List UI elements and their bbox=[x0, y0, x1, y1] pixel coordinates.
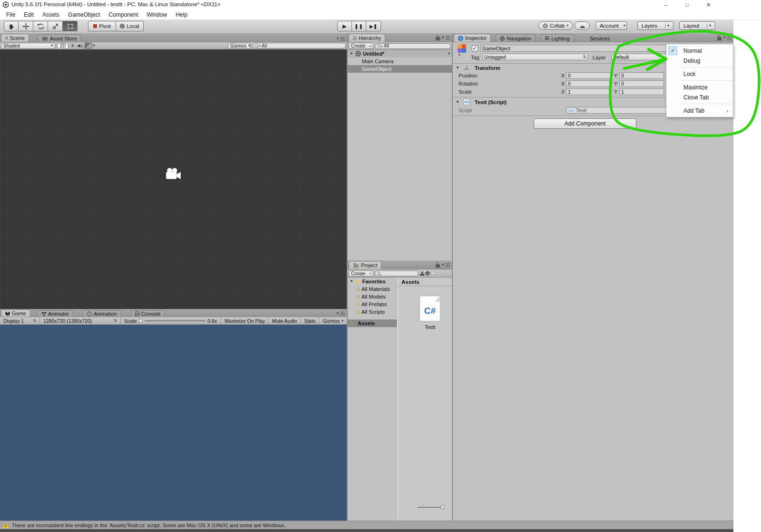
scene-effects-dropdown[interactable]: ▾ bbox=[85, 43, 95, 48]
maximize-button[interactable]: □ bbox=[676, 0, 698, 10]
menu-edit[interactable]: Edit bbox=[20, 10, 38, 19]
search-by-label-icon[interactable] bbox=[425, 271, 430, 276]
scene-panel-menu-icon[interactable]: ▾ bbox=[337, 37, 339, 40]
hierarchy-scene-row[interactable]: ▼ Untitled* ▾ bbox=[348, 50, 452, 58]
tab-lighting[interactable]: Lighting bbox=[540, 34, 574, 42]
hierarchy-create-dropdown[interactable]: Create▾ bbox=[349, 43, 373, 49]
hierarchy-menu-icon[interactable]: ▾ bbox=[442, 36, 444, 39]
tab-animator[interactable]: Animator bbox=[37, 310, 73, 317]
add-component-button[interactable]: Add Component bbox=[534, 118, 636, 129]
favorites-root-row[interactable]: ▼ ★ Favorites bbox=[348, 278, 397, 285]
hierarchy-lines-icon[interactable] bbox=[446, 36, 450, 39]
menu-item-normal[interactable]: Normal bbox=[666, 46, 733, 56]
scene-viewport[interactable] bbox=[0, 49, 347, 309]
play-button[interactable]: ▶ bbox=[337, 21, 352, 31]
game-panel-lines-icon[interactable] bbox=[341, 312, 345, 315]
game-gizmos-dropdown[interactable]: Gizmos▾ bbox=[319, 317, 347, 325]
scene-lighting-icon[interactable]: ☀ bbox=[70, 43, 75, 49]
tab-animation[interactable]: Animation bbox=[83, 310, 121, 317]
scale-x-field[interactable]: 1 bbox=[566, 88, 611, 95]
favorite-all-models[interactable]: All Models bbox=[348, 293, 397, 300]
camera-gizmo-icon[interactable] bbox=[165, 167, 182, 181]
tab-services[interactable]: Services bbox=[585, 34, 614, 42]
game-viewport[interactable] bbox=[0, 325, 347, 521]
expand-triangle-icon[interactable]: ▼ bbox=[350, 280, 353, 283]
hierarchy-item-gameobject[interactable]: GameObject bbox=[348, 65, 452, 73]
scene-gizmos-dropdown[interactable]: Gizmos▾ bbox=[228, 43, 251, 49]
icon-picker-arrow[interactable]: ▾ bbox=[459, 53, 460, 57]
scene-panel-lines-icon[interactable] bbox=[341, 37, 345, 40]
collab-dropdown[interactable]: ✓ Collab▾ bbox=[538, 21, 573, 30]
project-menu-icon[interactable]: ▾ bbox=[442, 263, 444, 267]
stats-button[interactable]: Stats bbox=[301, 317, 319, 325]
account-dropdown[interactable]: Account▾ bbox=[595, 21, 627, 30]
tab-asset-store[interactable]: Asset Store bbox=[38, 34, 81, 42]
move-tool-button[interactable] bbox=[19, 21, 33, 31]
expand-triangle-icon[interactable]: ▼ bbox=[350, 52, 353, 56]
position-x-field[interactable]: 0 bbox=[566, 72, 611, 79]
shading-mode-dropdown[interactable]: Shaded▾ bbox=[1, 43, 55, 49]
hand-tool-button[interactable] bbox=[4, 21, 19, 31]
menu-item-debug[interactable]: Debug bbox=[666, 56, 733, 66]
hierarchy-item-main-camera[interactable]: Main Camera bbox=[348, 58, 452, 65]
menu-gameobject[interactable]: GameObject bbox=[64, 10, 104, 19]
step-button[interactable]: ▶❚ bbox=[366, 21, 381, 31]
tag-dropdown[interactable]: Untagged ⇅ bbox=[482, 54, 588, 60]
scale-slider-track[interactable] bbox=[145, 320, 205, 321]
search-by-type-icon[interactable] bbox=[420, 271, 424, 276]
hierarchy-lock-icon[interactable] bbox=[436, 37, 440, 40]
minimize-button[interactable]: – bbox=[655, 0, 676, 10]
active-checkbox[interactable] bbox=[472, 45, 478, 51]
menu-item-add-tab[interactable]: Add Tab › bbox=[666, 106, 733, 116]
cloud-button[interactable]: ☁ bbox=[575, 21, 590, 30]
tab-inspector[interactable]: i Inspector bbox=[454, 34, 491, 42]
scale-slider-knob[interactable] bbox=[138, 319, 143, 323]
script-foldout-icon[interactable]: ▼ bbox=[456, 100, 459, 104]
inspector-lines-icon[interactable] bbox=[727, 36, 732, 39]
zoom-slider-knob[interactable] bbox=[440, 505, 445, 509]
transform-foldout-icon[interactable]: ▼ bbox=[456, 66, 459, 70]
project-search-input[interactable] bbox=[375, 271, 419, 276]
layers-dropdown[interactable]: Layers▾ bbox=[637, 21, 673, 30]
menu-assets[interactable]: Assets bbox=[38, 10, 64, 19]
inspector-lock-icon[interactable] bbox=[717, 37, 722, 40]
rect-tool-button[interactable] bbox=[63, 21, 78, 31]
menu-item-close-tab[interactable]: Close Tab bbox=[666, 92, 733, 102]
menu-item-maximize[interactable]: Maximize bbox=[666, 82, 733, 92]
game-panel-menu-icon[interactable]: ▾ bbox=[337, 311, 339, 315]
tab-scene[interactable]: # Scene bbox=[1, 34, 29, 42]
scene-row-menu-icon[interactable]: ▾ bbox=[448, 52, 450, 56]
menu-help[interactable]: Help bbox=[171, 10, 192, 19]
favorites-star-icon[interactable]: ★ bbox=[431, 271, 436, 276]
menu-item-lock[interactable]: Lock bbox=[666, 69, 733, 79]
rotate-tool-button[interactable] bbox=[33, 21, 48, 31]
scale-tool-button[interactable] bbox=[48, 21, 63, 31]
project-create-dropdown[interactable]: Create▾ bbox=[349, 271, 373, 277]
display-dropdown[interactable]: Display 1⇅ bbox=[0, 317, 40, 325]
tab-game[interactable]: Game bbox=[1, 310, 30, 317]
menu-file[interactable]: File bbox=[2, 10, 20, 19]
favorite-all-prefabs[interactable]: All Prefabs bbox=[348, 300, 397, 308]
maximize-on-play-button[interactable]: Maximize On Play bbox=[221, 317, 269, 325]
project-lines-icon[interactable] bbox=[446, 263, 450, 267]
resolution-dropdown[interactable]: 1280x720 (1280x720)⇅ bbox=[40, 317, 121, 325]
pause-button[interactable]: ❚❚ bbox=[352, 21, 366, 31]
tab-console[interactable]: Console bbox=[131, 310, 165, 317]
menu-component[interactable]: Component bbox=[104, 10, 142, 19]
close-button[interactable]: ✕ bbox=[698, 0, 719, 10]
2d-toggle[interactable]: 2D bbox=[57, 43, 68, 49]
menu-window[interactable]: Window bbox=[142, 10, 171, 19]
local-toggle-button[interactable]: Local bbox=[116, 21, 144, 31]
scene-search-input[interactable]: ▾ All bbox=[253, 43, 346, 48]
project-zoom-slider[interactable] bbox=[418, 505, 445, 509]
layout-dropdown[interactable]: Layout▾ bbox=[679, 21, 715, 30]
scale-y-field[interactable]: 1 bbox=[619, 88, 664, 95]
rotation-y-field[interactable]: 0 bbox=[619, 80, 664, 87]
scene-audio-icon[interactable] bbox=[77, 43, 83, 48]
hierarchy-search-input[interactable]: ▾ All bbox=[375, 43, 451, 49]
position-y-field[interactable]: 0 bbox=[619, 72, 664, 79]
asset-item-testt[interactable]: C# Testt bbox=[416, 296, 444, 330]
favorite-all-materials[interactable]: All Materials bbox=[348, 285, 397, 293]
tab-hierarchy[interactable]: Hierarchy bbox=[349, 34, 385, 42]
status-bar[interactable]: There are inconsistent line endings in t… bbox=[0, 521, 733, 529]
